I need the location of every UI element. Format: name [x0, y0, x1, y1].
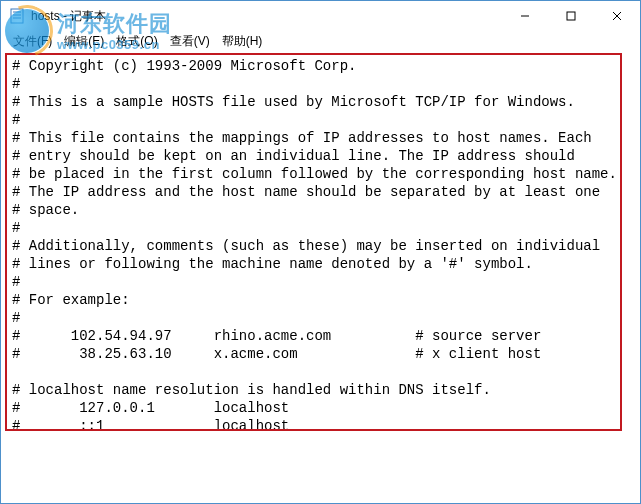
titlebar-left: hosts - 记事本 [9, 8, 106, 25]
maximize-button[interactable] [548, 1, 594, 31]
menu-view[interactable]: 查看(V) [164, 33, 216, 50]
titlebar[interactable]: hosts - 记事本 [1, 1, 640, 31]
notepad-icon [9, 8, 25, 24]
menu-format[interactable]: 格式(O) [110, 33, 163, 50]
close-button[interactable] [594, 1, 640, 31]
menu-file[interactable]: 文件(F) [7, 33, 58, 50]
minimize-button[interactable] [502, 1, 548, 31]
svg-rect-0 [11, 9, 23, 23]
window-controls [502, 1, 640, 31]
menubar: 文件(F) 编辑(E) 格式(O) 查看(V) 帮助(H) [1, 31, 640, 51]
text-editor-area[interactable]: # Copyright (c) 1993-2009 Microsoft Corp… [2, 51, 639, 502]
app-window: hosts - 记事本 文件(F) 编辑(E) 格式(O) 查看(V) 帮助(H… [0, 0, 641, 504]
menu-help[interactable]: 帮助(H) [216, 33, 269, 50]
window-title: hosts - 记事本 [31, 8, 106, 25]
svg-rect-5 [567, 12, 575, 20]
menu-edit[interactable]: 编辑(E) [58, 33, 110, 50]
